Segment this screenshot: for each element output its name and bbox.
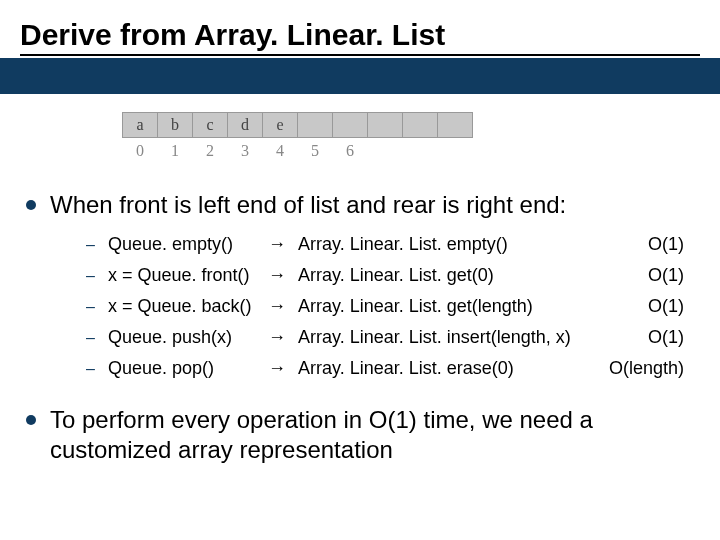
bullet-text: When front is left end of list and rear … [50,190,566,220]
title-accent-bar [0,58,720,94]
dash-icon: – [86,298,96,316]
bullet-dot-icon [26,200,36,210]
op-complexity: O(1) [604,234,694,255]
array-index [437,142,473,160]
op-array-call: Array. Linear. List. erase(0) [298,358,604,379]
op-complexity: O(length) [604,358,694,379]
dash-icon: – [86,236,96,254]
array-cell: c [192,112,228,138]
bullet-item: When front is left end of list and rear … [26,190,694,220]
op-queue-call: Queue. pop() [108,358,268,379]
list-item: – Queue. push(x) → Array. Linear. List. … [86,327,694,348]
array-index: 3 [227,142,263,160]
bullet-text: To perform every operation in O(1) time,… [50,405,694,465]
op-array-call: Array. Linear. List. empty() [298,234,604,255]
array-cell: e [262,112,298,138]
op-array-call: Array. Linear. List. get(0) [298,265,604,286]
array-index-row: 0 1 2 3 4 5 6 [122,142,720,160]
array-cells-row: a b c d e [122,112,720,138]
array-index: 6 [332,142,368,160]
op-complexity: O(1) [604,327,694,348]
bullet-dot-icon [26,415,36,425]
array-cell [367,112,403,138]
op-array-call: Array. Linear. List. get(length) [298,296,604,317]
array-index [367,142,403,160]
op-queue-call: Queue. empty() [108,234,268,255]
bullet-item: To perform every operation in O(1) time,… [26,405,694,465]
array-index: 0 [122,142,158,160]
op-queue-call: x = Queue. front() [108,265,268,286]
array-cell [402,112,438,138]
array-cell [437,112,473,138]
array-index [402,142,438,160]
dash-icon: – [86,267,96,285]
array-index: 4 [262,142,298,160]
arrow-icon: → [268,296,298,317]
arrow-icon: → [268,265,298,286]
array-cell [332,112,368,138]
array-cell: b [157,112,193,138]
array-cell: a [122,112,158,138]
list-item: – x = Queue. front() → Array. Linear. Li… [86,265,694,286]
slide-title: Derive from Array. Linear. List [20,18,700,56]
op-queue-call: x = Queue. back() [108,296,268,317]
array-cell [297,112,333,138]
arrow-icon: → [268,358,298,379]
arrow-icon: → [268,234,298,255]
op-complexity: O(1) [604,296,694,317]
dash-icon: – [86,360,96,378]
array-cell: d [227,112,263,138]
operations-list: – Queue. empty() → Array. Linear. List. … [86,234,694,379]
arrow-icon: → [268,327,298,348]
list-item: – x = Queue. back() → Array. Linear. Lis… [86,296,694,317]
array-index: 2 [192,142,228,160]
list-item: – Queue. pop() → Array. Linear. List. er… [86,358,694,379]
list-item: – Queue. empty() → Array. Linear. List. … [86,234,694,255]
op-complexity: O(1) [604,265,694,286]
array-index: 5 [297,142,333,160]
array-diagram: a b c d e 0 1 2 3 4 5 6 [122,112,720,160]
dash-icon: – [86,329,96,347]
array-index: 1 [157,142,193,160]
op-array-call: Array. Linear. List. insert(length, x) [298,327,604,348]
op-queue-call: Queue. push(x) [108,327,268,348]
